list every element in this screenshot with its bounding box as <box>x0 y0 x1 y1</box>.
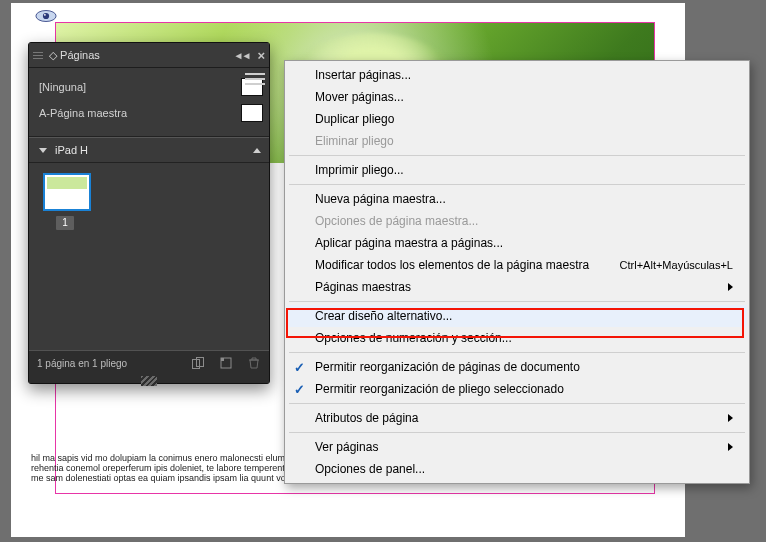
chevron-up-icon <box>253 148 261 153</box>
pages-panel-context-menu: Insertar páginas... Mover páginas... Dup… <box>284 60 750 484</box>
svg-point-1 <box>43 13 49 19</box>
menu-page-attributes[interactable]: Atributos de página <box>287 407 747 429</box>
svg-point-2 <box>44 14 46 16</box>
panel-resize-grip-icon[interactable] <box>141 376 157 386</box>
master-thumb-icon <box>241 104 263 122</box>
menu-numbering-options[interactable]: Opciones de numeración y sección... <box>287 327 747 349</box>
app-background: hil ma sapis vid mo dolupiam la conimus … <box>0 0 766 542</box>
master-label: A-Página maestra <box>39 107 127 119</box>
panel-flyout-menu-button[interactable] <box>245 71 265 87</box>
panel-status-text: 1 página en 1 pliego <box>37 358 177 369</box>
edit-page-size-icon[interactable] <box>191 356 205 370</box>
menu-duplicate-spread[interactable]: Duplicar pliego <box>287 108 747 130</box>
page-thumbnail[interactable]: A <box>43 173 91 211</box>
submenu-arrow-icon <box>728 443 733 451</box>
check-icon: ✓ <box>294 360 305 375</box>
pages-panel: ◇ Páginas ◄◄ × [Ninguna] A-Página maestr… <box>28 42 270 384</box>
menu-panel-options[interactable]: Opciones de panel... <box>287 458 747 480</box>
menu-move-pages[interactable]: Mover páginas... <box>287 86 747 108</box>
panel-title: ◇ Páginas <box>49 49 234 62</box>
menu-override-all[interactable]: Modificar todos los elementos de la pági… <box>287 254 747 276</box>
panel-collapse-button[interactable]: ◄◄ <box>234 50 250 61</box>
menu-apply-master[interactable]: Aplicar página maestra a páginas... <box>287 232 747 254</box>
master-none-row[interactable]: [Ninguna] <box>39 74 263 100</box>
menu-view-pages[interactable]: Ver páginas <box>287 436 747 458</box>
menu-print-spread[interactable]: Imprimir pliego... <box>287 159 747 181</box>
layout-name: iPad H <box>55 144 88 156</box>
menu-shortcut: Ctrl+Alt+Mayúsculas+L <box>620 259 733 271</box>
menu-master-options: Opciones de página maestra... <box>287 210 747 232</box>
menu-delete-spread: Eliminar pliego <box>287 130 747 152</box>
menu-create-alternate-layout[interactable]: Crear diseño alternativo... <box>287 305 747 327</box>
panel-footer: 1 página en 1 pliego <box>29 350 269 375</box>
panel-titlebar[interactable]: ◇ Páginas ◄◄ × <box>29 43 269 68</box>
chevron-down-icon <box>39 148 47 153</box>
panel-grip-icon <box>33 52 43 59</box>
layout-selector-bar[interactable]: iPad H <box>29 137 269 163</box>
master-label: [Ninguna] <box>39 81 86 93</box>
document-pages-area[interactable]: A 1 <box>29 163 269 350</box>
menu-allow-spread-shuffle[interactable]: ✓Permitir reorganización de pliego selec… <box>287 378 747 400</box>
check-icon: ✓ <box>294 382 305 397</box>
page-number-badge: 1 <box>56 216 74 230</box>
menu-allow-doc-shuffle[interactable]: ✓Permitir reorganización de páginas de d… <box>287 356 747 378</box>
trash-icon[interactable] <box>247 356 261 370</box>
submenu-arrow-icon <box>728 283 733 291</box>
menu-new-master[interactable]: Nueva página maestra... <box>287 188 747 210</box>
menu-master-pages[interactable]: Páginas maestras <box>287 276 747 298</box>
new-page-icon[interactable] <box>219 356 233 370</box>
master-pages-list: [Ninguna] A-Página maestra <box>29 68 269 132</box>
menu-insert-pages[interactable]: Insertar páginas... <box>287 64 747 86</box>
visibility-eye-icon <box>35 9 57 23</box>
master-a-row[interactable]: A-Página maestra <box>39 100 263 126</box>
submenu-arrow-icon <box>728 414 733 422</box>
panel-close-button[interactable]: × <box>257 48 265 63</box>
